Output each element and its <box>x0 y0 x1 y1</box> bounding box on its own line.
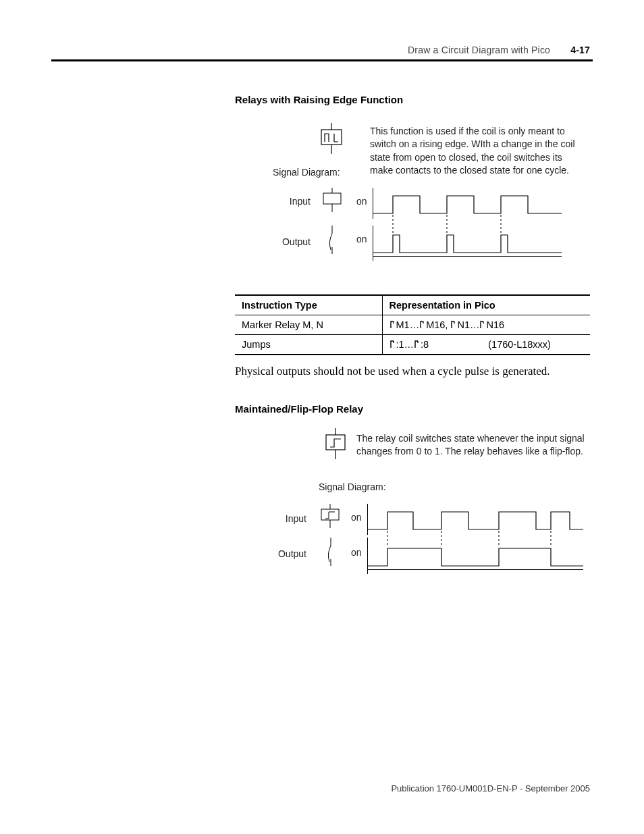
rising-edge-symbol <box>317 123 346 157</box>
rising-input-coil-icon <box>321 188 344 215</box>
rising-edge-icon <box>419 320 426 330</box>
instruction-table: Instruction Type Representation in Pico … <box>235 294 590 355</box>
rising-output-timing <box>373 226 562 257</box>
flipflop-desc: The relay coil switches state whenever t… <box>356 432 586 459</box>
rising-signal-label: Signal Diagram: <box>273 167 340 178</box>
rising-input-label: Input <box>279 196 311 207</box>
flipflop-output-timing <box>367 538 583 570</box>
rising-edge-icon <box>390 340 396 349</box>
running-head: Draw a Circuit Diagram with Pico 4-17 <box>408 45 590 55</box>
flipflop-symbol <box>323 428 348 462</box>
flipflop-signal-label: Signal Diagram: <box>319 481 386 492</box>
flipflop-input-on: on <box>351 512 362 523</box>
rising-output-on: on <box>356 234 367 244</box>
rising-edge-icon <box>390 320 396 330</box>
svg-rect-4 <box>323 193 341 204</box>
running-head-text: Draw a Circuit Diagram with Pico <box>408 45 550 55</box>
header-rule <box>51 59 593 61</box>
rising-edge-heading: Relays with Raising Edge Function <box>235 94 403 105</box>
th-instruction-type: Instruction Type <box>235 295 382 315</box>
rising-edge-icon <box>479 320 486 330</box>
publication-footer: Publication 1760-UM001D-EN-P - September… <box>391 783 590 793</box>
cell-type: Marker Relay M, N <box>235 315 382 335</box>
flipflop-output-on: on <box>351 547 362 558</box>
rising-output-contact-icon <box>324 226 340 257</box>
rising-input-timing <box>373 188 562 215</box>
cell-type: Jumps <box>235 335 382 355</box>
cell-rep: :1…:8 (1760-L18xxx) <box>382 335 590 355</box>
flipflop-output-contact-icon <box>323 538 339 569</box>
th-representation: Representation in Pico <box>382 295 590 315</box>
cell-rep: M1…M16, N1…N16 <box>382 315 590 335</box>
flipflop-heading: Maintained/Flip-Flop Relay <box>235 403 363 415</box>
svg-rect-12 <box>326 435 345 450</box>
table-row: Jumps :1…:8 (1760-L18xxx) <box>235 335 590 355</box>
body-note: Physical outputs should not be used when… <box>235 365 590 378</box>
flipflop-input-label: Input <box>275 513 306 524</box>
rising-edge-icon <box>450 320 457 330</box>
table-row: Marker Relay M, N M1…M16, N1…N16 <box>235 315 590 335</box>
rising-input-on: on <box>356 196 367 207</box>
rising-edge-desc: This function is used if the coil is onl… <box>370 125 586 177</box>
flipflop-output-label: Output <box>275 548 306 559</box>
flipflop-input-timing <box>367 504 583 531</box>
page-number: 4-17 <box>570 45 590 55</box>
svg-rect-15 <box>321 509 339 520</box>
rising-edge-icon <box>414 340 421 349</box>
flipflop-input-coil-icon <box>319 504 342 531</box>
rising-output-label: Output <box>279 236 311 247</box>
